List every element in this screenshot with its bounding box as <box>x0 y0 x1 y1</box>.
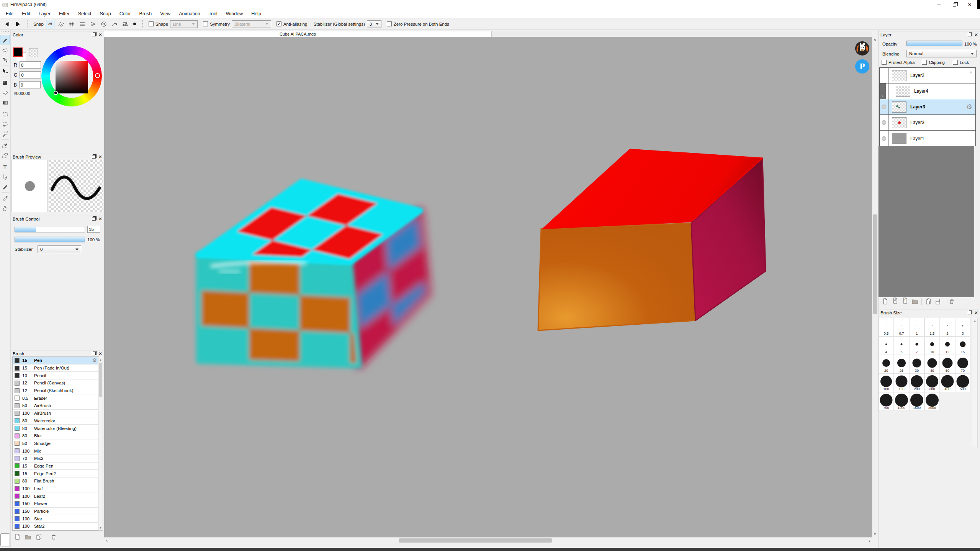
snap-curve-button[interactable] <box>110 20 119 28</box>
brush-row-21[interactable]: 100Star <box>13 515 98 523</box>
brush-row-4[interactable]: 12Pencil (Sketchbook) <box>13 387 98 395</box>
menu-item-filter[interactable]: Filter <box>55 10 74 18</box>
brush-row-0[interactable]: 15Pen⚙ <box>13 357 98 365</box>
close-panel-button[interactable]: ✕ <box>98 33 102 37</box>
brush-row-1[interactable]: 15Pen (Fade In/Out) <box>13 365 98 372</box>
firealpaca-badge[interactable] <box>855 41 869 56</box>
tool-move[interactable] <box>0 66 10 76</box>
scroll-up-icon[interactable]: ˄ <box>874 37 876 43</box>
menu-item-window[interactable]: Window <box>222 10 247 18</box>
brush-size-cell-1.5[interactable]: 1.5 <box>924 318 940 337</box>
hscrollbar-thumb[interactable] <box>399 538 552 543</box>
float-panel-button[interactable] <box>968 33 972 36</box>
visibility-dot-icon[interactable] <box>882 105 886 109</box>
scroll-down-icon[interactable]: ˅ <box>874 531 876 537</box>
tool-hand[interactable] <box>0 203 10 213</box>
document-tab[interactable]: Cube Al PACA.mdp <box>104 31 492 37</box>
duplicate-brush-button[interactable] <box>35 533 42 540</box>
r-input[interactable] <box>20 61 41 69</box>
brush-row-12[interactable]: 100Mix <box>13 447 98 455</box>
tool-gradient[interactable] <box>0 98 10 107</box>
tool-select-eraser[interactable] <box>0 150 10 160</box>
visibility-dot-icon[interactable] <box>882 136 886 141</box>
sv-marker[interactable] <box>54 91 58 95</box>
brush-size-cell-12[interactable]: 12 <box>940 337 955 355</box>
brush-row-11[interactable]: 50Smudge <box>13 440 98 448</box>
menu-item-help[interactable]: Help <box>247 10 265 18</box>
antialiasing-checkbox[interactable] <box>276 21 281 26</box>
add-layer-button[interactable] <box>882 298 888 305</box>
layer-visibility-cell[interactable] <box>880 99 888 114</box>
scroll-up-icon[interactable]: ▲ <box>972 318 977 323</box>
brush-size-cell-1500[interactable]: 1500 <box>909 392 924 411</box>
tool-select-pen[interactable] <box>0 141 10 150</box>
close-panel-button[interactable]: ✕ <box>98 155 102 159</box>
g-input[interactable] <box>20 71 41 78</box>
brush-size-cell-40[interactable]: 40 <box>924 355 940 374</box>
stabilizer-global-select[interactable]: 3 <box>367 20 381 28</box>
visibility-dot-icon[interactable] <box>882 120 886 125</box>
merge-layer-button[interactable] <box>935 298 942 305</box>
brush-size-cell-70[interactable]: 70 <box>955 355 970 374</box>
snap-perspective-button[interactable] <box>121 20 129 28</box>
brush-row-19[interactable]: 150Flower <box>13 500 98 508</box>
snap-radial-button[interactable] <box>100 20 108 28</box>
duplicate-layer-button[interactable] <box>925 298 932 305</box>
brush-size-cell-2[interactable]: 2 <box>940 318 955 337</box>
scrollbar-thumb[interactable] <box>99 363 102 397</box>
brush-size-cell-4[interactable]: 4 <box>879 337 894 355</box>
brush-size-cell-5[interactable]: 5 <box>894 337 909 355</box>
tool-pen[interactable] <box>0 35 10 44</box>
brush-size-cell-0.5[interactable]: 0.5 <box>879 318 894 337</box>
menu-item-edit[interactable]: Edit <box>18 10 34 18</box>
canvas-vscrollbar[interactable]: ˄ ˅ <box>872 37 878 537</box>
brush-size-cell-15[interactable]: 15 <box>955 337 970 355</box>
shape-type-select[interactable]: Line <box>170 20 198 28</box>
brush-row-13[interactable]: 70Mix2 <box>13 455 98 463</box>
menu-item-tool[interactable]: Tool <box>205 10 222 18</box>
menu-item-animation[interactable]: Animation <box>175 10 205 18</box>
tool-magic-wand[interactable] <box>0 129 10 139</box>
layer-scrollbar-track[interactable] <box>974 146 980 297</box>
tool-lasso[interactable] <box>0 119 10 129</box>
tool-operation[interactable] <box>0 172 10 181</box>
stabilizer-select[interactable]: 0 <box>38 245 81 253</box>
zero-pressure-checkbox[interactable] <box>387 21 392 26</box>
brush-size-cell-25[interactable]: 25 <box>894 355 909 374</box>
brush-size-scrollbar[interactable]: ▲ <box>972 318 978 448</box>
tool-brush[interactable] <box>0 182 10 191</box>
brush-row-2[interactable]: 10Pencil <box>13 372 98 379</box>
brush-settings-gear-icon[interactable]: ⚙ <box>92 357 97 363</box>
add-8bit-layer-button[interactable]: 8 <box>892 297 898 305</box>
brush-row-3[interactable]: 12Pencil (Canvas) <box>13 379 98 387</box>
saturation-value-square[interactable] <box>56 61 88 93</box>
brush-size-cell-50[interactable]: 50 <box>940 355 955 374</box>
layer-scroll-up-icon[interactable]: ˄ <box>970 70 972 76</box>
brush-size-cell-150[interactable]: 150 <box>894 374 909 392</box>
brush-size-cell-500[interactable]: 500 <box>955 374 970 392</box>
scroll-down-icon[interactable]: ▼ <box>98 525 103 530</box>
brush-size-cell-3[interactable]: 3 <box>955 318 970 337</box>
layer-row-2[interactable]: Layer3⚙ <box>880 99 975 115</box>
scroll-up-icon[interactable]: ▲ <box>98 357 103 362</box>
brush-row-20[interactable]: 150Particle <box>13 508 98 515</box>
hue-marker[interactable] <box>95 73 100 78</box>
brush-size-cell-100[interactable]: 100 <box>879 374 894 392</box>
brush-row-7[interactable]: 100AirBrush <box>13 410 98 417</box>
add-1bit-layer-button[interactable]: 1 <box>901 297 908 305</box>
snap-horizontal-button[interactable] <box>78 20 87 28</box>
brush-row-15[interactable]: 15Edge Pen2 <box>13 470 98 477</box>
float-panel-button[interactable] <box>92 217 96 221</box>
snap-off-button[interactable]: off <box>46 20 54 28</box>
delete-layer-button[interactable] <box>948 298 955 305</box>
layer-visibility-cell[interactable] <box>880 68 888 83</box>
brush-opacity-slider[interactable] <box>15 237 85 242</box>
close-panel-button[interactable]: ✕ <box>98 352 102 356</box>
layer-row-0[interactable]: Layer2 <box>880 68 975 83</box>
brush-list-scrollbar[interactable]: ▲ ▼ <box>98 357 103 531</box>
brush-row-17[interactable]: 100Leaf <box>13 485 98 493</box>
brush-row-14[interactable]: 15Edge Pen <box>13 463 98 470</box>
float-panel-button[interactable] <box>968 311 972 314</box>
scroll-left-icon[interactable]: ‹ <box>106 538 108 544</box>
tool-text[interactable]: T <box>0 162 10 172</box>
